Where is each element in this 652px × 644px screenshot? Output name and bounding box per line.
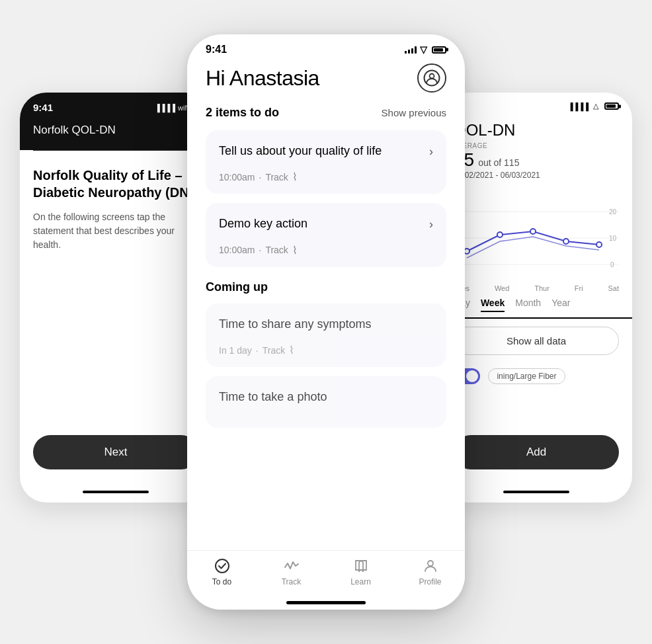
upcoming-title-2: Time to take a photo [219,389,433,405]
center-home-indicator [286,601,366,604]
nav-track-label: Track [282,577,302,586]
upcoming-title-row-1: Time to share any symptoms [219,317,433,332]
left-signal-icon: ▐▐▐▐ [155,104,175,112]
chart-label-sat: Sat [608,284,619,292]
svg-point-10 [596,242,602,247]
avatar-button[interactable] [417,63,446,93]
left-home-indicator [83,491,149,493]
track-pulse-icon-2: ⌇ [292,244,298,257]
left-screen-title: Norfolk QOL-DN [33,124,116,136]
battery-icon [432,46,446,54]
nav-track[interactable]: Track [257,557,326,586]
show-previous-link[interactable]: Show previous [382,107,446,118]
right-signal-icon: ▐▐▐▐ [568,102,589,110]
task-time-1: 10:00am [219,172,255,182]
left-next-button[interactable]: Next [33,435,198,469]
nav-todo[interactable]: To do [187,557,257,586]
chart-svg: 20 10 0 [454,198,619,278]
right-header: QOL-DN AVERAGE 75 out of 115 28/02/2021 … [440,116,632,198]
todo-icon [214,557,231,575]
upcoming-card-2[interactable]: Time to take a photo [206,376,446,427]
nav-profile[interactable]: Profile [395,557,465,586]
chart-label-wed: Wed [495,284,509,292]
track-icon [283,557,300,575]
greeting-text: Hi Anastasia [206,66,319,91]
left-phone: 9:41 ▐▐▐▐ wifi ▬ Norfolk QOL-DN Norfolk … [20,93,212,503]
right-status-icons: ▐▐▐▐ △ [568,102,619,110]
left-status-bar: 9:41 ▐▐▐▐ wifi ▬ [20,93,212,118]
todo-count: 2 items to do [206,106,279,120]
task-dot-2: · [259,245,261,255]
task-title-2: Demo key action [219,216,429,231]
right-wifi-icon: △ [593,102,598,110]
show-all-data-button[interactable]: Show all data [454,327,619,355]
track-pulse-icon-1: ⌇ [292,171,298,183]
avatar-symbol [423,69,440,87]
svg-text:10: 10 [609,235,617,242]
right-average-suffix: out of 115 [478,157,519,168]
upcoming-title-1: Time to share any symptoms [219,317,433,332]
upcoming-meta-1: In 1 day · Track ⌇ [219,344,433,356]
greeting-row: Hi Anastasia [206,61,446,93]
svg-point-14 [428,561,433,566]
task-card-2[interactable]: Demo key action › 10:00am · Track ⌇ [206,203,446,266]
task-chevron-2: › [429,218,433,231]
right-status-bar: ▐▐▐▐ △ [440,93,632,116]
task-title-row-1: Tell us about your quality of life › [219,143,433,159]
upcoming-pulse-1: ⌇ [289,344,294,356]
svg-point-9 [563,239,569,244]
upcoming-dot-1: · [256,345,259,356]
upcoming-time-1: In 1 day [219,345,252,356]
upcoming-category-1: Track [263,345,285,356]
svg-text:0: 0 [610,261,614,268]
task-category-2: Track [265,245,288,255]
task-card-1[interactable]: Tell us about your quality of life › 10:… [206,130,446,194]
chart-label-thur: Thur [534,284,550,292]
wifi-icon: ▽ [420,44,427,55]
center-status-bar: 9:41 ▽ [187,34,465,61]
task-title-1: Tell us about your quality of life [219,143,429,159]
profile-icon [422,557,439,575]
time-filter-bar: Day Week Month Year [440,298,632,319]
svg-point-7 [497,232,503,237]
right-average-label: AVERAGE [454,142,540,149]
upcoming-card-1[interactable]: Time to share any symptoms In 1 day · Tr… [206,303,446,367]
center-content: Hi Anastasia 2 items to do Show previous… [187,61,465,583]
left-body-title: Norfolk Quality of Life – Diabetic Neuro… [33,167,198,201]
filter-week[interactable]: Week [481,298,505,312]
svg-point-13 [216,559,229,573]
center-status-icons: ▽ [405,44,446,55]
right-average-section: AVERAGE 75 out of 115 28/02/2021 - 06/03… [454,142,619,180]
right-battery-icon [604,102,619,110]
nav-learn-label: Learn [350,577,371,586]
nav-learn[interactable]: Learn [326,557,395,586]
condition-tag: ining/Large Fiber [488,368,565,384]
nav-todo-label: To do [212,577,231,586]
task-meta-2: 10:00am · Track ⌇ [219,244,433,257]
svg-point-12 [430,74,434,79]
todo-header: 2 items to do Show previous [206,106,446,120]
right-home-indicator [503,491,569,493]
task-category-1: Track [265,172,288,182]
chart-label-fri: Fri [575,284,583,292]
chart-day-labels: Tues Wed Thur Fri Sat [440,284,632,292]
right-screen-title: QOL-DN [454,121,619,140]
right-chart: 20 10 0 [440,198,632,278]
svg-text:20: 20 [609,208,617,216]
right-add-button[interactable]: Add [454,435,619,469]
svg-point-6 [464,249,469,254]
filter-month[interactable]: Month [515,298,541,312]
center-phone: 9:41 ▽ Hi Anastasia 2 it [187,34,465,610]
upcoming-title-row-2: Time to take a photo [219,389,433,405]
nav-profile-label: Profile [419,577,441,586]
task-time-2: 10:00am [219,245,255,255]
center-status-time: 9:41 [206,44,227,56]
coming-up-label: Coming up [206,280,446,294]
signal-icon [405,46,417,54]
left-status-time: 9:41 [33,102,53,113]
left-header: Norfolk QOL-DN [20,118,212,150]
task-meta-1: 10:00am · Track ⌇ [219,171,433,183]
left-body-desc: On the following screens tap the stateme… [33,210,198,252]
filter-year[interactable]: Year [551,298,570,312]
task-dot-1: · [259,172,261,182]
